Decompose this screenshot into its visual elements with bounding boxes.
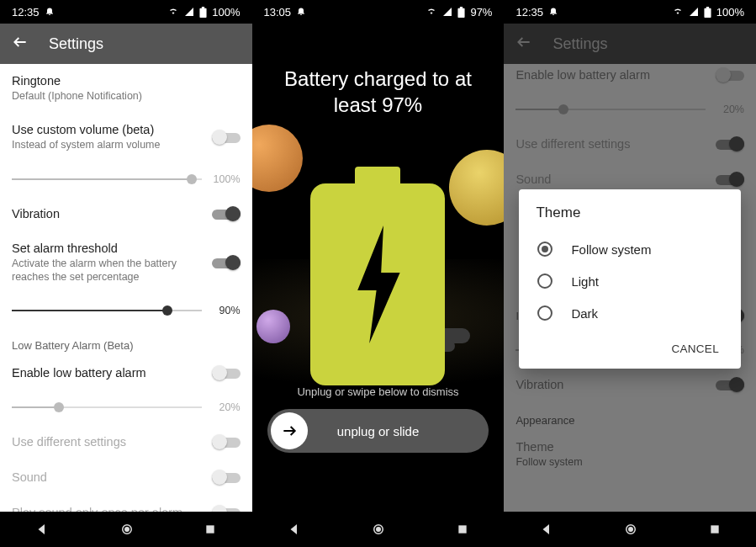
wifi-icon [426, 7, 437, 17]
bell-icon [296, 6, 306, 19]
ringtone-row[interactable]: Ringtone Default (Iphone Notification) [0, 64, 252, 113]
battery-icon [199, 7, 207, 18]
low-slider-value: 20% [212, 401, 241, 413]
app-bar: Settings [0, 24, 252, 64]
battery-icon [457, 7, 465, 18]
svg-point-7 [629, 528, 633, 532]
sound-label: Sound [12, 470, 202, 484]
volume-slider-value: 100% [212, 173, 241, 185]
theme-option-label: Follow system [571, 242, 651, 257]
threshold-row[interactable]: Set alarm threshold Activate the alarm w… [0, 231, 252, 295]
ringtone-label: Ringtone [12, 74, 241, 88]
dialog-title: Theme [536, 204, 724, 221]
theme-option-light[interactable]: Light [536, 265, 724, 297]
sound-row[interactable]: Sound [0, 459, 252, 495]
svg-point-4 [377, 528, 381, 532]
signal-icon [689, 7, 699, 17]
status-time: 12:35 [12, 6, 40, 19]
enable-low-row[interactable]: Enable low battery alarm [0, 355, 252, 390]
screen-theme-dialog: 12:35 100% Settings Enable low battery a… [504, 0, 756, 547]
wifi-icon [672, 7, 684, 17]
custom-volume-label: Use custom volume (beta) [12, 123, 202, 136]
theme-dialog: Theme Follow system Light Dark CANCEL [519, 189, 741, 369]
nav-recent-icon[interactable] [456, 523, 469, 536]
screen-settings-1: 12:35 100% Settings Ringtone Default (Ip… [0, 0, 252, 547]
threshold-slider[interactable] [12, 302, 202, 319]
svg-point-1 [125, 528, 130, 532]
nav-home-icon[interactable] [623, 522, 638, 537]
planet-icon [256, 310, 290, 343]
theme-option-label: Light [571, 274, 599, 289]
use-different-switch[interactable] [212, 434, 241, 449]
threshold-label: Set alarm threshold [12, 242, 202, 255]
wifi-icon [167, 7, 179, 17]
bell-icon [45, 6, 55, 19]
theme-option-follow-system[interactable]: Follow system [536, 233, 724, 265]
low-slider-row: 20% [0, 390, 252, 424]
status-battery-pct: 97% [470, 6, 492, 19]
threshold-slider-value: 90% [212, 305, 241, 316]
ringtone-value: Default (Iphone Notification) [12, 89, 241, 103]
low-slider[interactable] [12, 399, 202, 416]
alert-background: Battery charged to at least 97% Unplug o… [252, 24, 505, 512]
status-time: 13:05 [264, 6, 292, 19]
cancel-button[interactable]: CANCEL [666, 336, 724, 362]
settings-list[interactable]: Ringtone Default (Iphone Notification) U… [0, 64, 252, 512]
nav-home-icon[interactable] [119, 522, 135, 537]
volume-slider[interactable] [12, 171, 202, 188]
status-battery-pct: 100% [212, 6, 240, 19]
use-different-label: Use different settings [12, 435, 202, 449]
nav-back-icon[interactable] [34, 522, 50, 537]
status-bar: 13:05 97% [252, 0, 505, 24]
nav-back-icon[interactable] [287, 522, 302, 537]
enable-low-label: Enable low battery alarm [12, 366, 202, 380]
svg-rect-5 [458, 525, 466, 533]
page-title: Settings [49, 35, 103, 53]
status-battery-pct: 100% [716, 6, 744, 19]
android-navbar [252, 512, 505, 547]
radio-icon [537, 242, 552, 257]
sound-switch[interactable] [212, 470, 241, 485]
charged-headline: Battery charged to at least 97% [252, 66, 505, 118]
nav-recent-icon[interactable] [708, 523, 722, 536]
theme-option-label: Dark [571, 306, 598, 321]
nav-recent-icon[interactable] [204, 523, 217, 536]
status-bar: 12:35 100% [0, 0, 252, 24]
back-icon[interactable] [12, 34, 29, 54]
battery-large-icon [310, 167, 445, 385]
slide-thumb[interactable] [271, 412, 308, 449]
custom-volume-sub: Instead of system alarm volume [12, 138, 202, 151]
theme-option-dark[interactable]: Dark [536, 297, 724, 329]
status-time: 12:35 [515, 6, 543, 19]
svg-rect-2 [207, 525, 214, 533]
volume-slider-row: 100% [0, 162, 252, 196]
battery-icon [704, 7, 711, 18]
custom-volume-switch[interactable] [212, 130, 241, 145]
android-navbar [504, 512, 756, 547]
nav-back-icon[interactable] [539, 522, 554, 537]
status-bar: 12:35 100% [504, 0, 756, 24]
planet-icon [252, 125, 303, 192]
custom-volume-row[interactable]: Use custom volume (beta) Instead of syst… [0, 113, 252, 162]
signal-icon [442, 7, 452, 17]
vibration-switch[interactable] [212, 206, 241, 221]
svg-rect-8 [711, 525, 718, 533]
vibration-row[interactable]: Vibration [0, 196, 252, 231]
threshold-switch[interactable] [212, 255, 241, 270]
play-once-row[interactable]: Play sound only once per alarm [0, 495, 252, 512]
planet-icon [449, 150, 504, 226]
radio-icon [537, 274, 552, 289]
arrow-right-icon [281, 422, 298, 439]
threshold-slider-row: 90% [0, 294, 252, 327]
unplug-slider[interactable]: unplug or slide [267, 409, 489, 453]
enable-low-switch[interactable] [212, 365, 241, 380]
screen-charged-alert: 13:05 97% Battery charged to at least 97… [252, 0, 505, 547]
play-once-label: Play sound only once per alarm [12, 506, 202, 512]
bell-icon [548, 6, 558, 19]
use-different-row[interactable]: Use different settings [0, 424, 252, 459]
threshold-sub: Activate the alarm when the battery reac… [12, 257, 202, 284]
play-once-switch[interactable] [212, 505, 241, 512]
slide-label: unplug or slide [337, 424, 420, 438]
lightning-icon [348, 226, 407, 343]
nav-home-icon[interactable] [371, 522, 386, 537]
